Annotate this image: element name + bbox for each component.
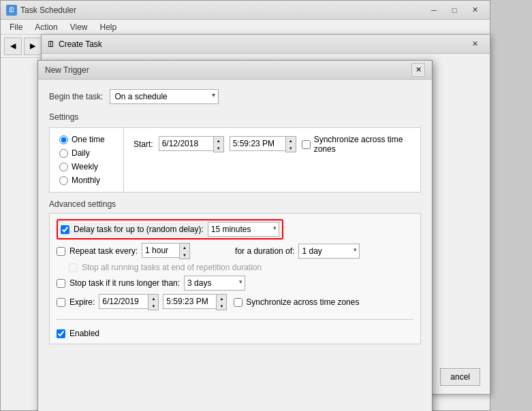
start-area: Start: ▲ ▼ ▲ ▼: [124, 127, 421, 193]
stop-if-runs-checkbox[interactable]: [57, 279, 65, 288]
stop-if-runs-label: Stop task if it runs longer than:: [69, 278, 180, 288]
expire-date-spin-down[interactable]: ▼: [148, 302, 158, 310]
radio-daily-input[interactable]: [59, 149, 68, 158]
taskscheduler-title: Task Scheduler: [20, 5, 76, 15]
delay-task-row: Delay task for up to (random delay): 15 …: [57, 219, 413, 240]
new-trigger-dialog: New Trigger ✕ Begin the task: On a sched…: [37, 60, 433, 411]
menu-view[interactable]: View: [65, 21, 93, 33]
advanced-section: Advanced settings Delay task for up to (…: [49, 199, 421, 344]
create-task-titlebar: 🗓 Create Task ✕: [42, 35, 490, 54]
menu-file[interactable]: File: [4, 21, 28, 33]
radio-weekly[interactable]: Weekly: [59, 162, 114, 171]
enabled-checkbox[interactable]: [57, 329, 65, 338]
repeat-task-row: Repeat task every: ▲ ▼ for a duration of…: [57, 243, 413, 259]
expire-label: Expire:: [69, 297, 95, 307]
expire-time-spin-up[interactable]: ▲: [217, 295, 226, 302]
dialog-close-button[interactable]: ✕: [411, 63, 425, 77]
repeat-spinners: ▲ ▼: [179, 243, 190, 259]
create-task-close-button[interactable]: ✕: [465, 37, 484, 51]
settings-box: One time Daily Weekly Monthly Start:: [49, 127, 421, 193]
taskscheduler-window-controls: ─ □ ✕: [424, 3, 484, 17]
forward-button[interactable]: ▶: [24, 37, 42, 55]
enabled-label: Enabled: [69, 329, 99, 338]
separator-line: [57, 319, 413, 320]
delay-task-label: Delay task for up to (random delay):: [74, 225, 204, 234]
repeat-spin-down[interactable]: ▼: [180, 251, 189, 259]
advanced-rows: Delay task for up to (random delay): 15 …: [49, 213, 421, 344]
dialog-title: New Trigger: [45, 65, 89, 75]
create-task-title: Create Task: [59, 39, 102, 49]
back-arrow-icon: ◀: [10, 42, 16, 50]
create-task-controls: ✕: [465, 37, 484, 51]
back-button[interactable]: ◀: [4, 37, 22, 55]
stop-if-runs-wrapper: 3 days 1 hour 2 hours: [184, 276, 245, 291]
maximize-button[interactable]: □: [445, 3, 464, 17]
begin-task-row: Begin the task: On a schedule: [49, 89, 421, 104]
time-spinners: ▲ ▼: [285, 136, 296, 152]
expire-sync-text: Synchronize across time zones: [246, 297, 359, 307]
start-date-wrapper: ▲ ▼: [159, 136, 224, 152]
repeat-spin-up[interactable]: ▲: [180, 244, 189, 251]
advanced-label: Advanced settings: [49, 199, 421, 209]
stop-running-checkbox[interactable]: [69, 263, 78, 272]
repeat-value-input[interactable]: [142, 243, 179, 258]
expire-row: Expire: ▲ ▼ ▲ ▼: [57, 294, 413, 310]
taskscheduler-titlebar: 🗓 Task Scheduler ─ □ ✕: [1, 1, 490, 20]
repeat-task-label: Repeat task every:: [69, 246, 138, 256]
expire-time-spinners: ▲ ▼: [216, 294, 227, 310]
start-date-input[interactable]: [159, 136, 213, 151]
expire-time-input[interactable]: [163, 294, 216, 309]
radio-one-time[interactable]: One time: [59, 135, 114, 144]
expire-date-spinners: ▲ ▼: [148, 294, 159, 310]
taskscheduler-close-button[interactable]: ✕: [465, 3, 484, 17]
begin-task-dropdown[interactable]: On a schedule: [110, 89, 219, 104]
date-spin-down[interactable]: ▼: [214, 144, 223, 152]
radio-monthly[interactable]: Monthly: [59, 176, 114, 185]
expire-date-wrapper: ▲ ▼: [99, 294, 159, 310]
radio-monthly-input[interactable]: [59, 176, 68, 185]
delay-value-dropdown[interactable]: 15 minutes 30 minutes 1 hour: [208, 222, 279, 237]
settings-label: Settings: [49, 112, 421, 122]
expire-sync-label[interactable]: Synchronize across time zones: [234, 297, 359, 307]
sync-timezones-checkbox-label[interactable]: Synchronize across time zones: [302, 135, 411, 154]
repeat-value-wrapper: ▲ ▼: [142, 243, 190, 259]
menu-action[interactable]: Action: [29, 21, 63, 33]
expire-sync-checkbox[interactable]: [234, 298, 242, 307]
expire-time-spin-down[interactable]: ▼: [217, 302, 226, 310]
sync-timezones-checkbox[interactable]: [302, 140, 311, 149]
radio-daily-label: Daily: [72, 148, 90, 158]
delay-task-highlight: Delay task for up to (random delay): 15 …: [57, 219, 283, 240]
stop-running-row: Stop all running tasks at end of repetit…: [69, 263, 413, 272]
stop-if-runs-dropdown[interactable]: 3 days 1 hour 2 hours: [184, 276, 245, 291]
minimize-button[interactable]: ─: [424, 3, 443, 17]
repeat-task-checkbox[interactable]: [57, 247, 65, 256]
menu-help[interactable]: Help: [95, 21, 123, 33]
menubar: File Action View Help: [1, 20, 490, 35]
expire-date-input[interactable]: [99, 294, 148, 309]
expire-checkbox[interactable]: [57, 298, 65, 307]
radio-weekly-input[interactable]: [59, 163, 68, 171]
forward-arrow-icon: ▶: [30, 42, 35, 50]
radio-daily[interactable]: Daily: [59, 148, 114, 158]
create-task-cancel-button[interactable]: ancel: [440, 368, 480, 386]
dialog-content: Begin the task: On a schedule Settings O…: [38, 80, 432, 354]
time-spin-down[interactable]: ▼: [286, 144, 296, 152]
start-time-input[interactable]: [230, 136, 285, 151]
delay-value-wrapper: 15 minutes 30 minutes 1 hour: [208, 222, 279, 237]
radio-weekly-label: Weekly: [72, 162, 98, 171]
stop-if-runs-row: Stop task if it runs longer than: 3 days…: [57, 276, 413, 291]
taskscheduler-icon: 🗓: [6, 5, 17, 16]
duration-dropdown[interactable]: 1 day Indefinitely: [298, 244, 360, 259]
dialog-titlebar: New Trigger ✕: [38, 61, 432, 80]
expire-date-spin-up[interactable]: ▲: [148, 295, 158, 302]
create-task-icon: 🗓: [47, 39, 55, 49]
time-spin-up[interactable]: ▲: [286, 137, 296, 144]
date-spinners: ▲ ▼: [213, 136, 224, 152]
date-spin-up[interactable]: ▲: [214, 137, 223, 144]
radio-one-time-input[interactable]: [59, 135, 68, 144]
start-row: Start: ▲ ▼ ▲ ▼: [134, 135, 411, 154]
duration-label: for a duration of:: [235, 246, 294, 256]
delay-task-checkbox[interactable]: [61, 225, 69, 234]
enabled-row: Enabled: [57, 329, 413, 338]
radio-monthly-label: Monthly: [72, 176, 100, 185]
